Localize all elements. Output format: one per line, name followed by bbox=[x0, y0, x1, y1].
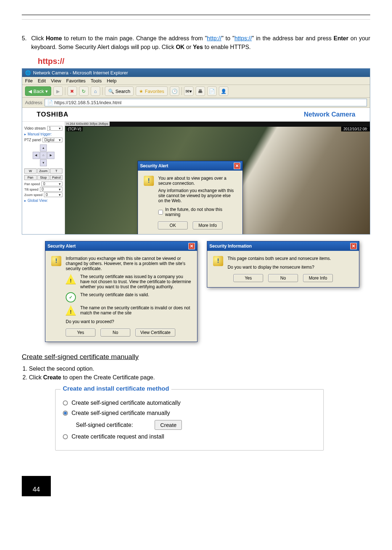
pan-speed-dropdown[interactable]: 0▾ bbox=[41, 182, 62, 186]
zoom-label-button[interactable]: Zoom bbox=[37, 168, 50, 174]
messenger-icon[interactable]: 👤 bbox=[219, 86, 228, 96]
no-button[interactable]: No bbox=[268, 274, 298, 282]
favorites-button[interactable]: ★ Favorites bbox=[136, 86, 167, 96]
tilt-speed-label: Tilt speed bbox=[24, 188, 38, 191]
patrol-button[interactable]: Patrol bbox=[50, 175, 62, 180]
zoom-tele-button[interactable]: T bbox=[50, 168, 62, 174]
dont-show-checkbox[interactable] bbox=[158, 210, 163, 215]
stop-icon[interactable]: ✖ bbox=[68, 86, 77, 96]
toolbar: ◀ Back ▾ ▶ ✖ ↻ ⌂ 🔍 Search ★ Favorites 🕑 … bbox=[22, 85, 370, 98]
address-bar: Address 📄 https://192.168.5.151/index.ht… bbox=[22, 98, 370, 108]
alert3-p2: Do you want to display the nonsecure ite… bbox=[228, 265, 331, 270]
check-icon: ✓ bbox=[66, 292, 76, 302]
tilt-speed-dropdown[interactable]: 0▾ bbox=[40, 187, 62, 192]
close-icon[interactable]: ✕ bbox=[188, 243, 195, 249]
alert-text-1: You are about to view pages over a secur… bbox=[158, 176, 237, 186]
dpad-right[interactable]: ▶ bbox=[47, 152, 54, 159]
mail-icon[interactable]: ✉▾ bbox=[184, 86, 193, 96]
create-button[interactable]: Create bbox=[155, 420, 182, 430]
view-certificate-button[interactable]: View Certificate bbox=[135, 329, 175, 337]
dialog-titlebar: Security Alert ✕ bbox=[45, 241, 197, 251]
certificate-legend: Create and install certificate method bbox=[61, 385, 171, 392]
http-link[interactable]: http:// bbox=[207, 35, 221, 41]
chevron-down-icon: ▾ bbox=[59, 126, 61, 130]
option-request[interactable]: Create certificate request and install bbox=[63, 433, 318, 440]
ptz-dpad[interactable]: ▲ ◀⌂▶ ▼ bbox=[33, 144, 54, 166]
more-info-button[interactable]: More Info bbox=[193, 221, 222, 229]
step-1: 1. Select the second option. bbox=[23, 364, 370, 373]
refresh-icon[interactable]: ↻ bbox=[79, 86, 89, 96]
zoom-row: W Zoom T bbox=[24, 168, 62, 174]
option-manual[interactable]: Create self-signed certificate manually bbox=[63, 410, 318, 416]
dialog-title: Security Alert bbox=[48, 244, 76, 249]
menu-bar[interactable]: File Edit View Favorites Tools Help bbox=[22, 77, 370, 85]
close-icon[interactable]: ✕ bbox=[350, 243, 357, 249]
t: Click bbox=[31, 35, 46, 41]
home-icon[interactable]: ⌂ bbox=[91, 86, 100, 96]
yes-button[interactable]: Yes bbox=[66, 329, 95, 337]
menu-view[interactable]: View bbox=[51, 78, 61, 83]
menu-file[interactable]: File bbox=[25, 78, 33, 83]
menu-tools[interactable]: Tools bbox=[91, 78, 102, 83]
window-titlebar: 🌐 Network Camera - Microsoft Internet Ex… bbox=[22, 69, 370, 77]
yes-button[interactable]: Yes bbox=[233, 274, 263, 282]
close-icon[interactable]: ✕ bbox=[234, 163, 240, 169]
ok-button[interactable]: OK bbox=[158, 221, 188, 229]
menu-edit[interactable]: Edit bbox=[38, 78, 46, 83]
security-information-dialog: Security Information ✕ This page contain… bbox=[207, 241, 359, 288]
address-field[interactable]: 📄 https://192.168.5.151/index.html bbox=[45, 99, 367, 106]
dont-show-label: In the future, do not show this warning bbox=[165, 207, 237, 217]
manual-trigger[interactable]: ▸ Manual trigger: bbox=[24, 132, 62, 136]
radio-icon[interactable] bbox=[63, 434, 68, 439]
url-text: https://192.168.5.151/index.html bbox=[54, 100, 122, 105]
zoom-wide-button[interactable]: W bbox=[24, 168, 37, 174]
dpad-down[interactable]: ▼ bbox=[40, 159, 47, 166]
https-link[interactable]: https:// bbox=[234, 35, 252, 41]
menu-favorites[interactable]: Favorites bbox=[66, 78, 85, 83]
back-button[interactable]: ◀ Back ▾ bbox=[25, 86, 51, 96]
dpad-left[interactable]: ◀ bbox=[33, 152, 40, 159]
ie-window: 🌐 Network Camera - Microsoft Internet Ex… bbox=[22, 68, 370, 235]
alert2-p4: The name on the security certificate is … bbox=[80, 305, 191, 315]
menu-help[interactable]: Help bbox=[107, 78, 117, 83]
chevron-down-icon: ▾ bbox=[59, 138, 61, 142]
dpad-home[interactable]: ⌂ bbox=[40, 152, 47, 159]
forward-button[interactable]: ▶ bbox=[53, 86, 63, 96]
zoom-speed-dropdown[interactable]: 0▾ bbox=[44, 192, 62, 197]
ptz-row: PTZ panel Digital▾ bbox=[24, 138, 62, 142]
address-label: Address bbox=[25, 100, 42, 105]
more-info-button[interactable]: More Info bbox=[303, 274, 333, 282]
lock-info-icon bbox=[144, 176, 154, 186]
pan-button[interactable]: Pan bbox=[24, 175, 37, 180]
no-button[interactable]: No bbox=[101, 329, 130, 337]
security-alert-dialog-2: Security Alert ✕ Information you exchang… bbox=[45, 241, 197, 342]
cam-sidebar: Video stream 1▾ ▸ Manual trigger: PTZ pa… bbox=[22, 122, 65, 234]
t: " to " bbox=[221, 35, 234, 41]
search-button[interactable]: 🔍 Search bbox=[105, 86, 134, 96]
brand-logo: TOSHIBA bbox=[37, 111, 69, 118]
dialog-title: Security Alert bbox=[140, 163, 168, 168]
stop-button[interactable]: Stop bbox=[37, 175, 50, 180]
self-signed-label: Self-signed certificate: bbox=[76, 422, 133, 428]
tcpv-label: (TCP-V) bbox=[66, 127, 83, 131]
print-icon[interactable]: 🖶 bbox=[196, 86, 205, 96]
stream-select-row: Video stream 1▾ bbox=[24, 126, 62, 131]
radio-icon-selected[interactable] bbox=[63, 411, 68, 416]
step-number: 5. bbox=[22, 34, 31, 52]
lock-warn-icon bbox=[213, 256, 223, 266]
dpad-up[interactable]: ▲ bbox=[40, 144, 47, 151]
global-view[interactable]: ▸ Global View: bbox=[24, 199, 62, 203]
timestamp-overlay: 2012/10/12 08: bbox=[341, 127, 370, 131]
camera-page: TOSHIBA Network Camera Video stream 1▾ ▸… bbox=[22, 108, 370, 234]
history-icon[interactable]: 🕑 bbox=[170, 86, 179, 96]
lock-warn-icon bbox=[51, 256, 61, 266]
t: " in the address bar and press bbox=[252, 35, 334, 41]
stream-dropdown[interactable]: 1▾ bbox=[47, 126, 62, 131]
option-auto[interactable]: Create self-signed certificate automatic… bbox=[63, 400, 318, 406]
home-bold: Home bbox=[46, 35, 62, 41]
ptz-dropdown[interactable]: Digital▾ bbox=[42, 138, 62, 142]
edit-icon[interactable]: 📄 bbox=[207, 86, 217, 96]
dialogs-row: Security Alert ✕ Information you exchang… bbox=[45, 241, 370, 342]
dont-show-row: In the future, do not show this warning bbox=[158, 207, 237, 217]
radio-icon[interactable] bbox=[63, 400, 68, 406]
